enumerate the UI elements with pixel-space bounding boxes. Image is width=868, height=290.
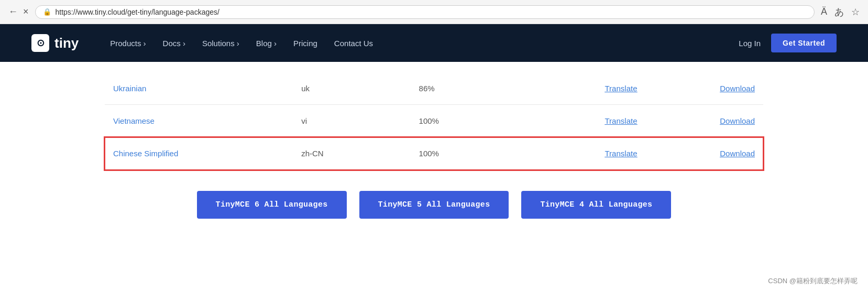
download-link-0[interactable]: Download bbox=[646, 72, 764, 105]
lang-name-2: Chinese Simplified bbox=[105, 137, 293, 170]
address-bar[interactable]: 🔒 https://www.tiny.cloud/get-tiny/langua… bbox=[35, 5, 815, 19]
close-button[interactable]: × bbox=[23, 6, 29, 17]
nav-blog[interactable]: Blog › bbox=[256, 39, 277, 48]
nav-pricing[interactable]: Pricing bbox=[293, 39, 317, 48]
main-nav: Products › Docs › Solutions › Blog › Pri… bbox=[110, 39, 718, 48]
translate-icon[interactable]: あ bbox=[834, 6, 844, 18]
tinymce5-all-languages-button[interactable]: TinyMCE 5 All Languages bbox=[359, 191, 509, 219]
get-started-button[interactable]: Get Started bbox=[771, 34, 837, 52]
site-header: ⊙ tiny Products › Docs › Solutions › Blo… bbox=[0, 24, 868, 62]
lang-name-0: Ukrainian bbox=[105, 72, 293, 105]
lang-code-2: zh-CN bbox=[293, 137, 410, 170]
nav-actions: Log In Get Started bbox=[739, 34, 837, 52]
reader-icon[interactable]: Ä bbox=[821, 6, 827, 17]
lock-icon: 🔒 bbox=[43, 8, 51, 16]
favorites-icon[interactable]: ☆ bbox=[851, 6, 860, 18]
url-text: https://www.tiny.cloud/get-tiny/language… bbox=[56, 8, 219, 16]
table-row: Ukrainian uk 86% Translate Download bbox=[105, 72, 763, 105]
back-button[interactable]: ← bbox=[8, 6, 18, 17]
lang-percent-1: 100% bbox=[411, 105, 528, 137]
logo-text: tiny bbox=[54, 35, 79, 51]
table-row: Vietnamese vi 100% Translate Download bbox=[105, 105, 763, 137]
logo-icon: ⊙ bbox=[31, 34, 49, 52]
table-row: Chinese Simplified zh-CN 100% Translate … bbox=[105, 137, 763, 170]
browser-nav-buttons: ← × bbox=[8, 6, 29, 17]
login-button[interactable]: Log In bbox=[739, 39, 761, 48]
lang-code-0: uk bbox=[293, 72, 410, 105]
translate-link-1[interactable]: Translate bbox=[528, 105, 645, 137]
browser-actions: Ä あ ☆ bbox=[821, 6, 860, 18]
translate-link-2[interactable]: Translate bbox=[528, 137, 645, 170]
translate-link-0[interactable]: Translate bbox=[528, 72, 645, 105]
lang-percent-2: 100% bbox=[411, 137, 528, 170]
bottom-buttons: TinyMCE 6 All Languages TinyMCE 5 All La… bbox=[0, 170, 868, 240]
browser-chrome: ← × 🔒 https://www.tiny.cloud/get-tiny/la… bbox=[0, 0, 868, 24]
tinymce4-all-languages-button[interactable]: TinyMCE 4 All Languages bbox=[521, 191, 671, 219]
nav-docs[interactable]: Docs › bbox=[163, 39, 185, 48]
download-link-2[interactable]: Download bbox=[646, 137, 764, 170]
download-link-1[interactable]: Download bbox=[646, 105, 764, 137]
nav-contact[interactable]: Contact Us bbox=[334, 39, 373, 48]
logo-area: ⊙ tiny bbox=[31, 34, 79, 52]
tinymce6-all-languages-button[interactable]: TinyMCE 6 All Languages bbox=[197, 191, 347, 219]
nav-products[interactable]: Products › bbox=[110, 39, 146, 48]
main-content: Ukrainian uk 86% Translate Download Viet… bbox=[0, 62, 868, 170]
nav-solutions[interactable]: Solutions › bbox=[202, 39, 239, 48]
lang-name-1: Vietnamese bbox=[105, 105, 293, 137]
language-table: Ukrainian uk 86% Translate Download Viet… bbox=[105, 72, 763, 170]
lang-code-1: vi bbox=[293, 105, 410, 137]
footer-note: CSDN @籍粉到底要怎样弄呢 bbox=[768, 276, 858, 286]
lang-percent-0: 86% bbox=[411, 72, 528, 105]
